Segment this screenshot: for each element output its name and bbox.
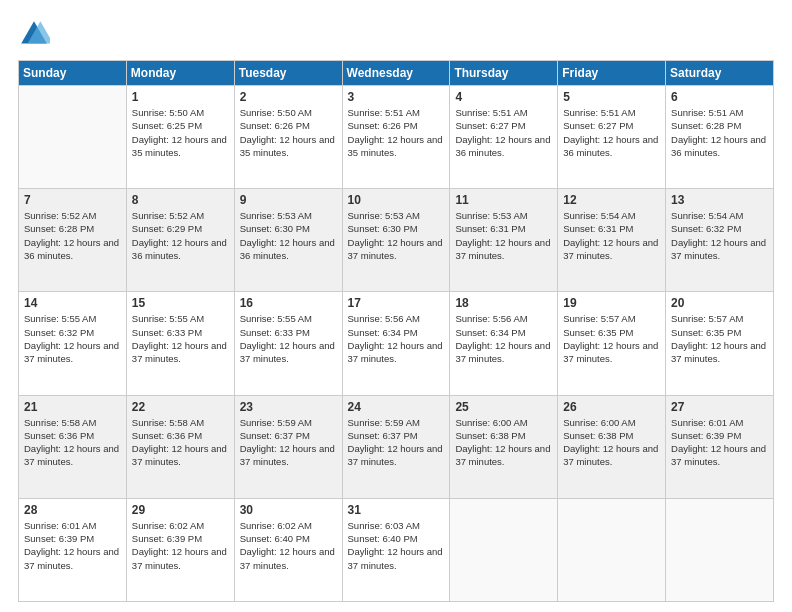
day-number: 27 <box>671 400 768 414</box>
calendar-cell: 19Sunrise: 5:57 AMSunset: 6:35 PMDayligh… <box>558 292 666 395</box>
cell-sun-info: Sunrise: 5:57 AMSunset: 6:35 PMDaylight:… <box>671 312 768 365</box>
day-number: 21 <box>24 400 121 414</box>
day-number: 12 <box>563 193 660 207</box>
cell-sun-info: Sunrise: 5:50 AMSunset: 6:25 PMDaylight:… <box>132 106 229 159</box>
day-number: 17 <box>348 296 445 310</box>
cell-sun-info: Sunrise: 5:54 AMSunset: 6:32 PMDaylight:… <box>671 209 768 262</box>
day-number: 18 <box>455 296 552 310</box>
calendar-cell <box>558 498 666 601</box>
day-number: 20 <box>671 296 768 310</box>
calendar-day-header: Tuesday <box>234 61 342 86</box>
calendar-cell: 3Sunrise: 5:51 AMSunset: 6:26 PMDaylight… <box>342 86 450 189</box>
day-number: 19 <box>563 296 660 310</box>
day-number: 23 <box>240 400 337 414</box>
page: SundayMondayTuesdayWednesdayThursdayFrid… <box>0 0 792 612</box>
day-number: 11 <box>455 193 552 207</box>
calendar-cell <box>19 86 127 189</box>
cell-sun-info: Sunrise: 5:51 AMSunset: 6:28 PMDaylight:… <box>671 106 768 159</box>
day-number: 9 <box>240 193 337 207</box>
calendar-cell: 28Sunrise: 6:01 AMSunset: 6:39 PMDayligh… <box>19 498 127 601</box>
calendar-cell: 27Sunrise: 6:01 AMSunset: 6:39 PMDayligh… <box>666 395 774 498</box>
day-number: 6 <box>671 90 768 104</box>
calendar-cell: 6Sunrise: 5:51 AMSunset: 6:28 PMDaylight… <box>666 86 774 189</box>
calendar-cell: 14Sunrise: 5:55 AMSunset: 6:32 PMDayligh… <box>19 292 127 395</box>
calendar-week-row: 21Sunrise: 5:58 AMSunset: 6:36 PMDayligh… <box>19 395 774 498</box>
calendar-cell <box>450 498 558 601</box>
calendar-cell: 10Sunrise: 5:53 AMSunset: 6:30 PMDayligh… <box>342 189 450 292</box>
calendar-week-row: 28Sunrise: 6:01 AMSunset: 6:39 PMDayligh… <box>19 498 774 601</box>
cell-sun-info: Sunrise: 5:58 AMSunset: 6:36 PMDaylight:… <box>132 416 229 469</box>
calendar-cell: 16Sunrise: 5:55 AMSunset: 6:33 PMDayligh… <box>234 292 342 395</box>
calendar-cell: 13Sunrise: 5:54 AMSunset: 6:32 PMDayligh… <box>666 189 774 292</box>
calendar-cell <box>666 498 774 601</box>
cell-sun-info: Sunrise: 6:03 AMSunset: 6:40 PMDaylight:… <box>348 519 445 572</box>
cell-sun-info: Sunrise: 5:56 AMSunset: 6:34 PMDaylight:… <box>455 312 552 365</box>
calendar-cell: 26Sunrise: 6:00 AMSunset: 6:38 PMDayligh… <box>558 395 666 498</box>
cell-sun-info: Sunrise: 5:55 AMSunset: 6:33 PMDaylight:… <box>132 312 229 365</box>
day-number: 14 <box>24 296 121 310</box>
cell-sun-info: Sunrise: 5:59 AMSunset: 6:37 PMDaylight:… <box>240 416 337 469</box>
cell-sun-info: Sunrise: 5:51 AMSunset: 6:27 PMDaylight:… <box>563 106 660 159</box>
cell-sun-info: Sunrise: 5:55 AMSunset: 6:32 PMDaylight:… <box>24 312 121 365</box>
day-number: 24 <box>348 400 445 414</box>
cell-sun-info: Sunrise: 5:56 AMSunset: 6:34 PMDaylight:… <box>348 312 445 365</box>
calendar-week-row: 14Sunrise: 5:55 AMSunset: 6:32 PMDayligh… <box>19 292 774 395</box>
day-number: 25 <box>455 400 552 414</box>
cell-sun-info: Sunrise: 5:57 AMSunset: 6:35 PMDaylight:… <box>563 312 660 365</box>
calendar-day-header: Thursday <box>450 61 558 86</box>
day-number: 28 <box>24 503 121 517</box>
calendar-cell: 30Sunrise: 6:02 AMSunset: 6:40 PMDayligh… <box>234 498 342 601</box>
calendar-cell: 9Sunrise: 5:53 AMSunset: 6:30 PMDaylight… <box>234 189 342 292</box>
calendar-week-row: 1Sunrise: 5:50 AMSunset: 6:25 PMDaylight… <box>19 86 774 189</box>
calendar-cell: 15Sunrise: 5:55 AMSunset: 6:33 PMDayligh… <box>126 292 234 395</box>
calendar-cell: 24Sunrise: 5:59 AMSunset: 6:37 PMDayligh… <box>342 395 450 498</box>
cell-sun-info: Sunrise: 5:55 AMSunset: 6:33 PMDaylight:… <box>240 312 337 365</box>
day-number: 22 <box>132 400 229 414</box>
day-number: 29 <box>132 503 229 517</box>
logo <box>18 18 54 50</box>
calendar-cell: 25Sunrise: 6:00 AMSunset: 6:38 PMDayligh… <box>450 395 558 498</box>
day-number: 13 <box>671 193 768 207</box>
calendar-week-row: 7Sunrise: 5:52 AMSunset: 6:28 PMDaylight… <box>19 189 774 292</box>
calendar-cell: 7Sunrise: 5:52 AMSunset: 6:28 PMDaylight… <box>19 189 127 292</box>
day-number: 26 <box>563 400 660 414</box>
cell-sun-info: Sunrise: 6:00 AMSunset: 6:38 PMDaylight:… <box>455 416 552 469</box>
cell-sun-info: Sunrise: 5:50 AMSunset: 6:26 PMDaylight:… <box>240 106 337 159</box>
cell-sun-info: Sunrise: 5:58 AMSunset: 6:36 PMDaylight:… <box>24 416 121 469</box>
day-number: 15 <box>132 296 229 310</box>
cell-sun-info: Sunrise: 5:53 AMSunset: 6:30 PMDaylight:… <box>348 209 445 262</box>
calendar-cell: 22Sunrise: 5:58 AMSunset: 6:36 PMDayligh… <box>126 395 234 498</box>
calendar-cell: 8Sunrise: 5:52 AMSunset: 6:29 PMDaylight… <box>126 189 234 292</box>
day-number: 10 <box>348 193 445 207</box>
calendar-cell: 5Sunrise: 5:51 AMSunset: 6:27 PMDaylight… <box>558 86 666 189</box>
calendar-cell: 29Sunrise: 6:02 AMSunset: 6:39 PMDayligh… <box>126 498 234 601</box>
cell-sun-info: Sunrise: 5:52 AMSunset: 6:29 PMDaylight:… <box>132 209 229 262</box>
cell-sun-info: Sunrise: 6:00 AMSunset: 6:38 PMDaylight:… <box>563 416 660 469</box>
cell-sun-info: Sunrise: 5:51 AMSunset: 6:27 PMDaylight:… <box>455 106 552 159</box>
cell-sun-info: Sunrise: 5:59 AMSunset: 6:37 PMDaylight:… <box>348 416 445 469</box>
calendar-cell: 20Sunrise: 5:57 AMSunset: 6:35 PMDayligh… <box>666 292 774 395</box>
calendar-cell: 12Sunrise: 5:54 AMSunset: 6:31 PMDayligh… <box>558 189 666 292</box>
logo-icon <box>18 18 50 50</box>
calendar-day-header: Saturday <box>666 61 774 86</box>
calendar-header-row: SundayMondayTuesdayWednesdayThursdayFrid… <box>19 61 774 86</box>
day-number: 31 <box>348 503 445 517</box>
calendar-day-header: Wednesday <box>342 61 450 86</box>
header <box>18 18 774 50</box>
calendar-cell: 31Sunrise: 6:03 AMSunset: 6:40 PMDayligh… <box>342 498 450 601</box>
day-number: 30 <box>240 503 337 517</box>
cell-sun-info: Sunrise: 6:02 AMSunset: 6:40 PMDaylight:… <box>240 519 337 572</box>
cell-sun-info: Sunrise: 5:53 AMSunset: 6:31 PMDaylight:… <box>455 209 552 262</box>
day-number: 8 <box>132 193 229 207</box>
cell-sun-info: Sunrise: 6:01 AMSunset: 6:39 PMDaylight:… <box>671 416 768 469</box>
calendar-cell: 11Sunrise: 5:53 AMSunset: 6:31 PMDayligh… <box>450 189 558 292</box>
day-number: 3 <box>348 90 445 104</box>
day-number: 5 <box>563 90 660 104</box>
calendar-cell: 18Sunrise: 5:56 AMSunset: 6:34 PMDayligh… <box>450 292 558 395</box>
day-number: 1 <box>132 90 229 104</box>
cell-sun-info: Sunrise: 6:02 AMSunset: 6:39 PMDaylight:… <box>132 519 229 572</box>
calendar-cell: 23Sunrise: 5:59 AMSunset: 6:37 PMDayligh… <box>234 395 342 498</box>
calendar-cell: 2Sunrise: 5:50 AMSunset: 6:26 PMDaylight… <box>234 86 342 189</box>
cell-sun-info: Sunrise: 6:01 AMSunset: 6:39 PMDaylight:… <box>24 519 121 572</box>
calendar-table: SundayMondayTuesdayWednesdayThursdayFrid… <box>18 60 774 602</box>
